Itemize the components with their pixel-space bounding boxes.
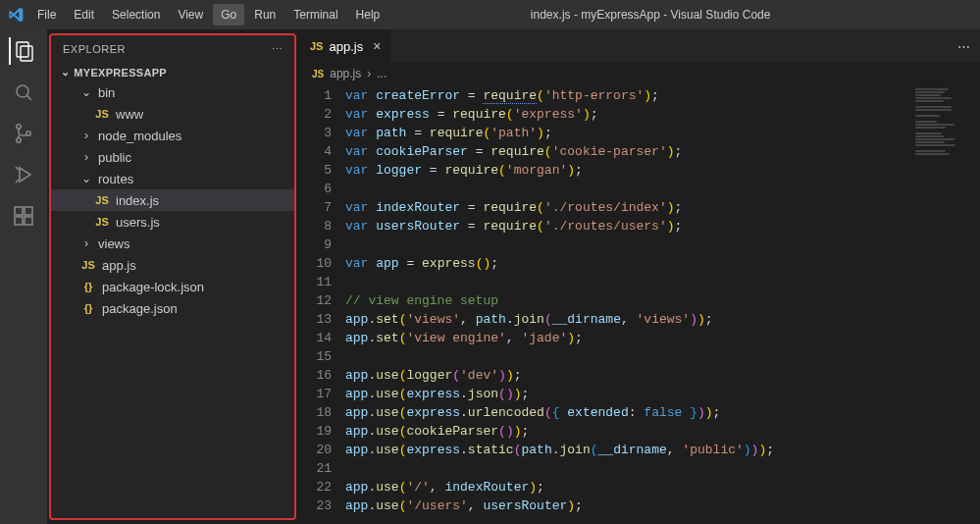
menu-help[interactable]: Help (348, 4, 388, 26)
menu-view[interactable]: View (170, 4, 211, 26)
folder-views[interactable]: ›views (51, 233, 294, 254)
tree-item-label: package.json (102, 301, 178, 316)
activity-debug-icon[interactable] (10, 161, 37, 188)
file-app.js[interactable]: JSapp.js (51, 254, 294, 276)
chevron-right-icon: › (80, 129, 92, 142)
svg-line-3 (27, 96, 32, 101)
tree-item-label: users.js (116, 215, 160, 230)
explorer-more-icon[interactable]: ⋯ (272, 43, 284, 56)
editor-more-icon[interactable]: ⋯ (957, 39, 970, 54)
svg-marker-7 (20, 168, 30, 182)
json-file-icon: {} (80, 302, 96, 314)
tree-item-label: bin (98, 85, 115, 100)
minimap[interactable] (911, 84, 980, 524)
close-icon[interactable]: × (373, 38, 381, 54)
editor-body: 1234567891011121314151617181920212223 va… (300, 84, 980, 524)
activitybar (0, 29, 47, 524)
js-file-icon: JS (80, 259, 96, 271)
file-package.json[interactable]: {}package.json (51, 297, 294, 319)
code-content[interactable]: var createError = require('http-errors')… (345, 84, 911, 524)
workbench: EXPLORER ⋯ ⌄ MYEXPRESSAPP ⌄binJSwww›node… (0, 29, 980, 524)
menu-selection[interactable]: Selection (104, 4, 168, 26)
window-title: index.js - myExpressApp - Visual Studio … (387, 8, 913, 22)
breadcrumb-rest: ... (377, 67, 387, 80)
chevron-down-icon: ⌄ (80, 172, 92, 185)
breadcrumb-file: app.js (330, 67, 361, 80)
svg-point-2 (17, 85, 28, 97)
tab-app-js[interactable]: JS app.js × (300, 29, 391, 63)
project-name: MYEXPRESSAPP (74, 67, 167, 79)
folder-public[interactable]: ›public (51, 146, 294, 168)
menu-go[interactable]: Go (213, 4, 244, 26)
tree-item-label: package-lock.json (102, 280, 204, 294)
vscode-logo-icon (8, 7, 24, 23)
menubar: FileEditSelectionViewGoRunTerminalHelp (29, 4, 387, 26)
json-file-icon: {} (80, 281, 96, 292)
activity-explorer-icon[interactable] (9, 37, 36, 65)
editor-tabs: JS app.js × ⋯ (300, 29, 980, 63)
explorer-header: EXPLORER ⋯ (51, 35, 294, 63)
svg-rect-8 (15, 207, 23, 215)
breadcrumb[interactable]: JS app.js › ... (300, 63, 980, 84)
file-www[interactable]: JSwww (51, 103, 294, 125)
svg-point-4 (17, 125, 21, 129)
file-index.js[interactable]: JSindex.js (51, 189, 294, 211)
tree-item-label: index.js (116, 193, 159, 208)
menu-file[interactable]: File (29, 4, 64, 26)
file-tree: ⌄binJSwww›node_modules›public⌄routesJSin… (51, 81, 294, 325)
menu-edit[interactable]: Edit (66, 4, 102, 26)
project-root[interactable]: ⌄ MYEXPRESSAPP (51, 63, 294, 81)
tree-item-label: routes (98, 172, 133, 186)
svg-rect-1 (21, 46, 32, 61)
menu-terminal[interactable]: Terminal (285, 4, 345, 26)
tab-label: app.js (329, 39, 363, 54)
explorer-title: EXPLORER (63, 43, 126, 55)
folder-routes[interactable]: ⌄routes (51, 168, 294, 189)
activity-search-icon[interactable] (10, 79, 37, 106)
js-file-icon: JS (312, 69, 324, 79)
file-users.js[interactable]: JSusers.js (51, 211, 294, 233)
js-file-icon: JS (94, 194, 110, 206)
menu-run[interactable]: Run (246, 4, 284, 26)
explorer-sidebar: EXPLORER ⋯ ⌄ MYEXPRESSAPP ⌄binJSwww›node… (49, 33, 296, 520)
js-file-icon: JS (94, 216, 110, 228)
chevron-down-icon: ⌄ (80, 85, 92, 99)
tree-item-label: node_modules (98, 129, 181, 143)
tree-item-label: app.js (102, 258, 136, 273)
js-file-icon: JS (94, 108, 110, 120)
folder-bin[interactable]: ⌄bin (51, 81, 294, 103)
svg-rect-0 (17, 42, 28, 57)
activity-extensions-icon[interactable] (10, 202, 37, 230)
svg-point-6 (26, 131, 30, 135)
activity-scm-icon[interactable] (10, 120, 37, 147)
tab-actions: ⋯ (948, 29, 980, 63)
svg-rect-9 (25, 207, 32, 215)
chevron-right-icon: › (80, 236, 92, 250)
line-gutter: 1234567891011121314151617181920212223 (300, 84, 345, 524)
file-package-lock.json[interactable]: {}package-lock.json (51, 276, 294, 297)
folder-node_modules[interactable]: ›node_modules (51, 125, 294, 146)
breadcrumb-separator: › (367, 67, 371, 80)
svg-rect-10 (15, 217, 23, 225)
svg-rect-11 (25, 217, 32, 225)
titlebar: FileEditSelectionViewGoRunTerminalHelp i… (0, 0, 980, 29)
chevron-right-icon: › (80, 150, 92, 164)
tree-item-label: www (116, 107, 143, 122)
js-file-icon: JS (310, 40, 323, 52)
tree-item-label: views (98, 236, 130, 251)
svg-point-5 (17, 138, 21, 142)
chevron-down-icon: ⌄ (61, 66, 70, 79)
tree-item-label: public (98, 150, 131, 165)
editor-area: JS app.js × ⋯ JS app.js › ... 1234567891… (300, 29, 980, 524)
